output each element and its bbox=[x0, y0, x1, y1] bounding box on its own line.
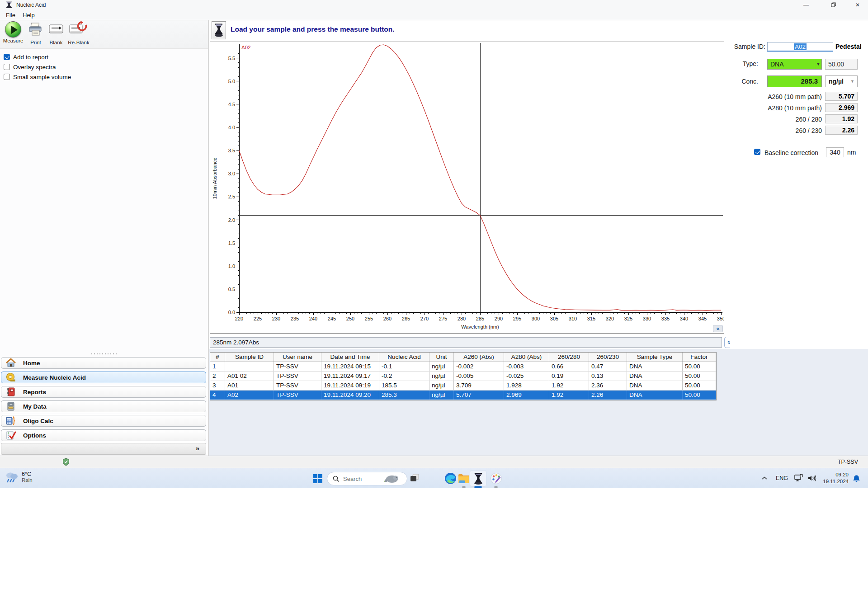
y-tick-label: 3.5 bbox=[228, 148, 235, 153]
options-icon bbox=[5, 430, 16, 440]
table-cell bbox=[225, 362, 274, 371]
table-cell: TP-SSV bbox=[274, 362, 321, 371]
checkbox-icon bbox=[4, 74, 10, 80]
concentration-field: 285.3 bbox=[767, 75, 822, 87]
spectrum-chart[interactable]: 2202252302352402452502552602652702752802… bbox=[210, 42, 724, 334]
baseline-correction-label: Baseline correction bbox=[764, 149, 818, 156]
table-row[interactable]: 3A01TP-SSV19.11.2024 09:19185.5ng/µl3.70… bbox=[210, 381, 716, 391]
menu-help[interactable]: Help bbox=[20, 11, 38, 19]
column-header[interactable]: # bbox=[210, 353, 225, 362]
collapse-panel-button[interactable]: « bbox=[713, 325, 723, 332]
table-cell: -0.005 bbox=[454, 372, 504, 381]
small-sample-volume-checkbox[interactable]: Small sample volume bbox=[4, 73, 71, 80]
restore-button[interactable] bbox=[823, 0, 844, 10]
more-options-chevron[interactable]: » bbox=[196, 444, 199, 452]
a280-value: 2.969 bbox=[825, 103, 858, 112]
type-factor-field[interactable]: 50.00 bbox=[825, 59, 858, 70]
print-button-label: Print bbox=[26, 40, 45, 45]
table-cell: 1.92 bbox=[549, 381, 589, 390]
table-cell: 19.11.2024 09:19 bbox=[321, 381, 379, 390]
volume-icon[interactable] bbox=[807, 475, 816, 482]
search-input[interactable] bbox=[343, 475, 382, 482]
measure-button[interactable]: Measure bbox=[1, 21, 25, 43]
table-cell: 2.969 bbox=[504, 391, 549, 400]
printer-icon bbox=[28, 21, 44, 38]
task-view-icon[interactable] bbox=[410, 474, 420, 482]
table-cell: ng/µl bbox=[429, 362, 454, 371]
table-cell: DNA bbox=[627, 391, 683, 400]
spectrum-plot[interactable]: 2202252302352402452502552602652702752802… bbox=[210, 42, 724, 333]
column-header[interactable]: A280 (Abs) bbox=[504, 353, 549, 362]
reblank-button[interactable]: Re-Blank bbox=[67, 21, 90, 45]
sidebar-item-options[interactable]: Options bbox=[1, 429, 206, 441]
sidebar-item-label: My Data bbox=[23, 403, 47, 410]
table-cell: ng/µl bbox=[429, 391, 454, 400]
x-tick-label: 220 bbox=[235, 316, 243, 321]
sidebar-item-reports[interactable]: Reports bbox=[1, 386, 206, 398]
chevron-down-icon: ▼ bbox=[850, 76, 854, 87]
column-header[interactable]: Unit bbox=[429, 353, 454, 362]
print-button[interactable]: Print bbox=[26, 21, 45, 45]
checkbox-icon bbox=[754, 149, 760, 155]
close-button[interactable]: ✕ bbox=[847, 0, 868, 10]
column-header[interactable]: Sample ID bbox=[225, 353, 274, 362]
baseline-correction-checkbox[interactable] bbox=[754, 149, 760, 155]
y-tick-label: 2.0 bbox=[228, 217, 235, 223]
baseline-wavelength-input[interactable]: 340 bbox=[826, 147, 844, 157]
language-indicator[interactable]: ENG bbox=[776, 475, 788, 481]
table-cell: 0.66 bbox=[549, 362, 589, 371]
column-header[interactable]: A260 (Abs) bbox=[454, 353, 504, 362]
notification-bell-icon[interactable] bbox=[853, 475, 860, 483]
type-dropdown[interactable]: DNA ▼ bbox=[767, 59, 822, 70]
overlay-spectra-checkbox[interactable]: Overlay spectra bbox=[4, 63, 56, 71]
y-tick-label: 5.5 bbox=[228, 56, 235, 61]
splitter-drag-handle[interactable] bbox=[90, 353, 118, 355]
unit-dropdown[interactable]: ng/µl ▼ bbox=[825, 75, 858, 87]
column-header[interactable]: Nucleic Acid bbox=[379, 353, 429, 362]
y-tick-label: 0.0 bbox=[228, 310, 235, 315]
taskbar: 6°C Rain bbox=[0, 468, 868, 488]
column-header[interactable]: Sample Type bbox=[627, 353, 683, 362]
minimize-button[interactable]: — bbox=[796, 0, 816, 10]
sidebar-item-oligo-calc[interactable]: Oligo Calc bbox=[1, 415, 206, 427]
column-header[interactable]: Date and Time bbox=[321, 353, 379, 362]
ratio-260-230-label: 260 / 230 bbox=[730, 127, 822, 134]
tray-chevron-up-icon[interactable] bbox=[761, 475, 768, 481]
weather-widget[interactable]: 6°C Rain bbox=[5, 470, 33, 484]
add-to-report-checkbox[interactable]: Add to report bbox=[4, 53, 48, 61]
table-row[interactable]: 1TP-SSV19.11.2024 09:15-0.1ng/µl-0.002-0… bbox=[210, 362, 716, 372]
my-data-icon bbox=[5, 401, 16, 411]
sidebar-item-measure-nucleic-acid[interactable]: Measure Nucleic Acid bbox=[1, 372, 206, 383]
pedestal-mode-label: Pedestal bbox=[835, 43, 862, 50]
ratio-260-230-value: 2.26 bbox=[825, 126, 858, 135]
paint-app-icon[interactable] bbox=[490, 472, 502, 485]
small-sample-volume-label: Small sample volume bbox=[13, 74, 71, 80]
table-cell: 0.47 bbox=[589, 362, 627, 371]
add-to-report-label: Add to report bbox=[13, 54, 48, 61]
search-box[interactable] bbox=[327, 472, 407, 485]
column-header[interactable]: 260/230 bbox=[589, 353, 627, 362]
column-header[interactable]: Factor bbox=[683, 353, 716, 362]
network-icon[interactable] bbox=[794, 474, 803, 482]
sidebar-item-label: Options bbox=[23, 432, 46, 439]
sidebar-item-home[interactable]: Home bbox=[1, 357, 206, 369]
menu-file[interactable]: File bbox=[3, 11, 18, 19]
search-highlight-manatee-icon bbox=[382, 473, 399, 484]
sidebar-item-label: Measure Nucleic Acid bbox=[23, 374, 86, 381]
right-panel-divider bbox=[729, 42, 729, 349]
blank-button[interactable]: Blank bbox=[47, 21, 65, 45]
nanodrop-app-icon-active[interactable] bbox=[470, 470, 486, 487]
table-row[interactable]: 4A02TP-SSV19.11.2024 09:20285.3ng/µl5.70… bbox=[210, 391, 716, 400]
sidebar-item-my-data[interactable]: My Data bbox=[1, 400, 206, 412]
table-cell: -0.002 bbox=[454, 362, 504, 371]
start-button[interactable] bbox=[313, 474, 322, 483]
sample-id-input[interactable]: A02 bbox=[767, 42, 833, 52]
table-cell: A01 02 bbox=[225, 372, 274, 381]
clock-widget[interactable]: 09:20 19.11.2024 bbox=[820, 471, 849, 485]
column-header[interactable]: 260/280 bbox=[549, 353, 589, 362]
edge-browser-icon[interactable] bbox=[444, 472, 457, 485]
column-header[interactable]: User name bbox=[274, 353, 321, 362]
table-row[interactable]: 2A01 02TP-SSV19.11.2024 09:17-0.2ng/µl-0… bbox=[210, 372, 716, 381]
file-explorer-icon[interactable] bbox=[458, 472, 470, 485]
menu-bar: File Help bbox=[0, 10, 868, 20]
